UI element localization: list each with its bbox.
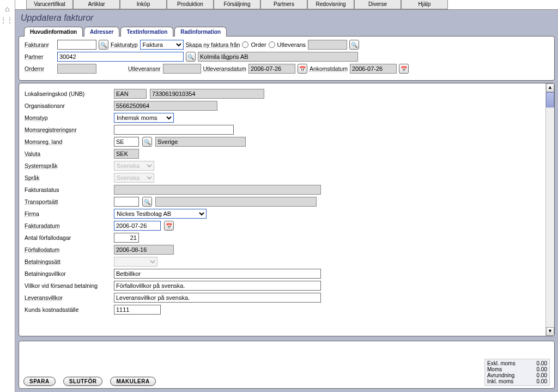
ankomstdatum-value: 2006-07-26 <box>350 64 397 74</box>
fakturadatum-label: Fakturadatum <box>25 222 111 229</box>
fakturadatum-calendar-icon[interactable]: 📅 <box>164 221 174 231</box>
menu-partners[interactable]: Partners <box>260 0 307 9</box>
betalningssatt-label: Betalningssätt <box>25 258 111 265</box>
menu-artiklar[interactable]: Artiklar <box>73 0 120 9</box>
momsregistreringsnr-label: Momsregistreringsnr <box>25 126 111 133</box>
menu-forsaljning[interactable]: Försäljning <box>214 0 260 9</box>
exkl-moms-label: Exkl. moms <box>487 360 515 366</box>
leveransvillkor-input[interactable] <box>114 293 321 303</box>
kunds-kostnadsstalle-label: Kunds kostnadsställe <box>25 306 111 313</box>
partner-input[interactable] <box>57 52 184 62</box>
menu-varucertifikat[interactable]: Varucertifikat <box>26 0 73 9</box>
home-icon[interactable]: ⌂ <box>0 4 15 13</box>
utleveransdatum-value: 2006-07-26 <box>248 64 295 74</box>
page-title: Uppdatera fakturor <box>15 10 558 24</box>
antal-forfallodagar-label: Antal förfallodagar <box>25 234 111 241</box>
forfallodatum-label: Förfallodatum <box>25 246 111 253</box>
order-radio[interactable] <box>242 41 248 48</box>
ordernr-value <box>57 64 96 74</box>
momsreg-land-code[interactable] <box>114 137 139 147</box>
fakturatyp-label: Fakturatyp <box>111 41 138 48</box>
fakturanr-search-icon[interactable]: 🔍 <box>99 40 108 50</box>
lokaliseringskod-label: Lokaliseringskod (UNB) <box>25 91 111 97</box>
villkor-forsenad-input[interactable] <box>114 281 321 291</box>
scroll-thumb[interactable] <box>546 92 554 107</box>
momstyp-select[interactable]: Inhemsk moms <box>114 113 174 123</box>
antal-forfallodagar-input[interactable] <box>114 233 139 243</box>
totals-box: Exkl. moms0.00 Moms0.00 Avrundning0.00 I… <box>484 359 550 386</box>
organisationsnr-label: Organisationsnr <box>25 102 111 109</box>
inkl-moms-value: 0.00 <box>537 378 547 384</box>
ankomstdatum-label: Ankomstdatum <box>310 65 348 72</box>
partner-search-icon[interactable]: 🔍 <box>186 52 196 62</box>
ordernr-label: Ordernr <box>25 65 55 72</box>
systemsprak-label: Systemspråk <box>25 162 111 169</box>
fakturastatus-value <box>114 185 321 195</box>
avrundning-label: Avrundning <box>487 372 514 378</box>
partner-label: Partner <box>25 53 55 60</box>
valuta-label: Valuta <box>25 150 111 157</box>
firma-select[interactable]: Nickes Testbolag AB <box>114 209 207 219</box>
leveransvillkor-label: Leveransvillkor <box>25 294 111 301</box>
scroll-down-icon[interactable]: ▼ <box>546 327 554 336</box>
momsreg-land-search-icon[interactable]: 🔍 <box>142 137 152 147</box>
transportsatt-code[interactable] <box>114 197 139 207</box>
systemsprak-select: Svenska <box>114 161 154 171</box>
skapa-label: Skapa ny faktura från <box>186 41 240 48</box>
tab-radinformation[interactable]: Radinformation <box>174 27 227 37</box>
fakturanr-input[interactable] <box>57 40 96 50</box>
utleveransdatum-calendar-icon[interactable]: 📅 <box>298 64 307 74</box>
utleveransnr-value <box>163 64 201 74</box>
fakturanr-label: Fakturanr <box>25 41 55 48</box>
betalningsvillkor-input[interactable] <box>114 269 321 279</box>
kunds-kostnadsstalle-input[interactable] <box>114 305 161 315</box>
momsreg-land-label: Momsreg. land <box>25 138 111 145</box>
skapa-value <box>308 40 347 50</box>
order-label: Order <box>251 41 266 48</box>
tab-adresser[interactable]: Adresser <box>84 27 119 37</box>
menu-produktion[interactable]: Produktion <box>167 0 214 9</box>
menu-icon[interactable]: ⋮⋮⋮ <box>0 16 15 24</box>
tab-textinformation[interactable]: Textinformation <box>120 27 173 37</box>
betalningssatt-select <box>114 257 157 267</box>
villkor-forsenad-label: Villkor vid försenad betalning <box>25 282 111 289</box>
momsreg-land-name: Sverige <box>155 137 246 147</box>
betalningsvillkor-label: Betalningsvillkor <box>25 270 111 277</box>
partner-name: Kolmila lågpris AB <box>198 52 358 62</box>
inkl-moms-label: Inkl. moms <box>487 378 513 384</box>
makulera-button[interactable]: MAKULERA <box>110 377 155 386</box>
spara-button[interactable]: SPARA <box>23 377 56 386</box>
slutfor-button[interactable]: SLUTFÖR <box>63 377 103 386</box>
utleveransnr-label: Utleveransnr <box>128 65 161 72</box>
firma-label: Firma <box>25 210 111 217</box>
valuta-value: SEK <box>114 149 139 159</box>
transportsatt-search-icon[interactable]: 🔍 <box>142 197 152 207</box>
skapa-search-icon[interactable]: 🔍 <box>349 40 359 50</box>
menu-hjalp[interactable]: Hjälp <box>401 0 448 9</box>
utleveransdatum-label: Utleveransdatum <box>203 65 246 72</box>
transportsatt-label: Transportsätt <box>25 198 111 205</box>
moms-value: 0.00 <box>537 366 547 372</box>
momsregistreringsnr-input[interactable] <box>114 125 234 135</box>
fakturadatum-input[interactable] <box>114 221 161 231</box>
momstyp-label: Momstyp <box>25 114 111 121</box>
lokaliseringskod-value: 7330619010354 <box>150 89 264 99</box>
utleverans-label: Utleverans <box>277 41 306 48</box>
avrundning-value: 0.00 <box>537 372 547 378</box>
tab-huvudinformation[interactable]: Huvudinformation <box>24 27 83 37</box>
exkl-moms-value: 0.00 <box>537 360 547 366</box>
forfallodatum-value: 2006-08-16 <box>114 245 174 255</box>
menu-diverse[interactable]: Diverse <box>354 0 401 9</box>
scrollbar[interactable]: ▲ ▼ <box>545 83 554 336</box>
utleverans-radio[interactable] <box>269 41 275 48</box>
fakturastatus-label: Fakturastatus <box>25 186 111 193</box>
menu-inkop[interactable]: Inköp <box>120 0 167 9</box>
organisationsnr-value: 5566250964 <box>114 101 217 111</box>
ankomstdatum-calendar-icon[interactable]: 📅 <box>399 64 409 74</box>
fakturatyp-select[interactable]: Faktura <box>140 40 184 50</box>
menu-redovisning[interactable]: Redovisning <box>307 0 354 9</box>
sprak-label: Språk <box>25 174 111 181</box>
transportsatt-desc <box>155 197 317 207</box>
top-menu: Varucertifikat Artiklar Inköp Produktion… <box>15 0 558 10</box>
scroll-up-icon[interactable]: ▲ <box>546 83 554 92</box>
